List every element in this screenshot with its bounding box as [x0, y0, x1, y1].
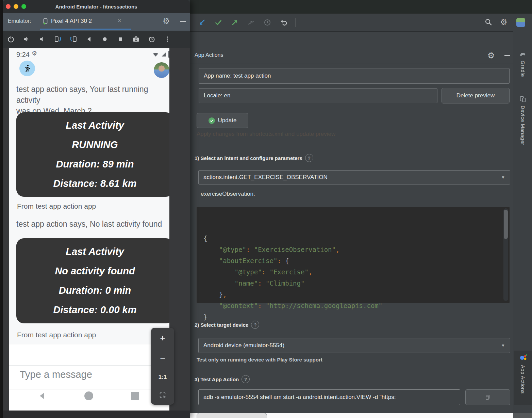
active-tab-underline — [40, 29, 131, 30]
adb-command-value: adb -s emulator-5554 shell am start -a a… — [203, 394, 396, 401]
settings-gear-icon[interactable]: ⚙ — [500, 18, 508, 26]
zoom-out-button[interactable]: − — [160, 354, 165, 363]
snapshot-icon[interactable] — [148, 35, 156, 43]
card-distance: Distance: 8.61 km — [16, 178, 169, 189]
help-icon-3[interactable]: ? — [242, 375, 250, 383]
overview-icon[interactable] — [116, 35, 124, 43]
section1-label: 1) Select an intent and configure parame… — [195, 154, 313, 162]
rotate-right-icon[interactable] — [69, 35, 78, 43]
vcs-update-icon[interactable] — [198, 18, 206, 27]
tab-close-icon[interactable]: × — [118, 17, 121, 25]
vcs-commit-check-icon[interactable] — [214, 18, 222, 27]
from-app-label-1: From test app action app — [17, 202, 96, 210]
merge-icon[interactable] — [247, 18, 255, 27]
update-check-icon — [209, 117, 215, 124]
section3-label: 3) Test App Action ? — [195, 375, 250, 383]
app-actions-panel-header: App Actions ⚙ — [190, 47, 513, 64]
screenshot-root: ⚙ App Actions ⚙ App name: test app actio… — [0, 0, 532, 418]
ide-main-toolbar: ⚙ — [190, 14, 532, 32]
phone-screen: 9:24 ⚙ test app action says, Your last r… — [9, 48, 169, 411]
home-icon[interactable] — [101, 35, 109, 43]
locale-field[interactable]: Locale: en — [199, 88, 437, 103]
search-icon[interactable] — [484, 18, 493, 26]
battery-icon — [168, 51, 169, 58]
device-hint-text: Test only on running device with Play St… — [197, 357, 322, 363]
bot-avatar — [19, 61, 35, 76]
locale-value: Locale: en — [204, 92, 230, 99]
emulator-controls — [3, 31, 190, 48]
zoom-in-button[interactable]: + — [160, 334, 165, 342]
activity-card-2: Last Activity No activity found Duration… — [16, 238, 169, 323]
update-hint-text: Apply changes from shortcuts.xml and upd… — [197, 131, 335, 138]
zoom-reset-button[interactable]: 1:1 — [159, 374, 167, 380]
emulator-label: Emulator: — [8, 18, 31, 24]
panel-gear-icon[interactable]: ⚙ — [487, 51, 495, 60]
help-icon-2[interactable]: ? — [251, 321, 259, 329]
target-device-dropdown[interactable]: Android device (emulator-5554) ▼ — [198, 338, 510, 353]
panel-title: App Actions — [195, 52, 223, 58]
nav-back-icon[interactable] — [37, 391, 47, 401]
app-actions-tab-label: App Actions — [520, 365, 526, 394]
chevron-down-icon: ▼ — [501, 175, 505, 180]
card-duration: Duration: 89 min — [16, 159, 169, 170]
app-name-field[interactable]: App name: test app action — [199, 68, 510, 84]
card-duration: Duration: 0 min — [16, 285, 169, 296]
emulator-bottom-frame — [3, 411, 190, 418]
emulator-window-title: Android Emulator - fitnessactions — [3, 4, 190, 10]
emulator-minimize-icon[interactable] — [180, 21, 186, 22]
update-label: Update — [218, 117, 237, 124]
volume-down-icon[interactable] — [38, 35, 46, 43]
copy-command-button[interactable] — [465, 389, 510, 405]
vcs-push-icon[interactable] — [231, 18, 239, 27]
user-avatar[interactable] — [516, 18, 525, 27]
volume-up-icon[interactable] — [22, 35, 31, 43]
delete-preview-button[interactable]: Delete preview — [442, 88, 510, 103]
assistant-message-2: test app action says, No last activity f… — [16, 219, 162, 229]
update-button[interactable]: Update — [197, 113, 248, 128]
signal-icon — [161, 51, 167, 58]
tool-tab-app-actions[interactable]: App Actions — [514, 351, 532, 405]
message-line: test app action says, No last activity f… — [16, 219, 162, 229]
message-input[interactable]: Type a message — [20, 369, 92, 380]
more-kebab-icon[interactable] — [163, 35, 171, 43]
power-icon[interactable] — [7, 35, 15, 43]
panel-minimize-icon[interactable] — [504, 55, 510, 56]
section2-label: 2) Select target device ? — [195, 321, 259, 329]
gradle-tab-label: Gradle — [520, 61, 526, 77]
adb-command-field[interactable]: adb -s emulator-5554 shell am start -a a… — [198, 389, 460, 405]
card-title: Last Activity — [16, 120, 169, 131]
partial-bottom-button[interactable] — [197, 413, 267, 418]
ide-window-top-strip — [190, 0, 532, 14]
device-tab-label[interactable]: Pixel 4 API 30 2 — [51, 18, 92, 25]
emulator-tabbar: Emulator: Pixel 4 API 30 2 × ⚙ — [3, 13, 190, 31]
code-scrollbar-thumb[interactable] — [504, 210, 508, 239]
back-icon[interactable] — [85, 35, 93, 43]
screenshot-camera-icon[interactable] — [132, 35, 140, 43]
emulator-settings-gear-icon[interactable]: ⚙ — [163, 16, 170, 26]
right-tool-strip: Gradle Device Manager App Actions — [513, 31, 532, 413]
status-gear-icon: ⚙ — [32, 50, 37, 57]
emulator-titlebar: Android Emulator - fitnessactions — [3, 0, 190, 13]
card-activity: No activity found — [16, 266, 169, 277]
help-icon-1[interactable]: ? — [305, 154, 313, 162]
input-divider-top — [9, 365, 169, 366]
fit-screen-icon[interactable] — [159, 391, 166, 399]
status-time: 9:24 — [16, 51, 30, 59]
copy-icon — [485, 394, 491, 400]
emulator-window: Android Emulator - fitnessactions Emulat… — [3, 0, 190, 418]
input-divider-bottom — [9, 389, 169, 389]
rollback-icon[interactable] — [280, 18, 288, 27]
nav-overview-icon[interactable] — [131, 392, 139, 400]
device-phone-icon — [41, 18, 49, 25]
tool-tab-device-manager[interactable]: Device Manager — [513, 95, 532, 170]
history-clock-icon[interactable] — [263, 18, 271, 27]
intent-dropdown[interactable]: actions.intent.GET_EXERCISE_OBSERVATION … — [198, 170, 510, 184]
nav-home-icon[interactable] — [84, 391, 93, 400]
section2-text: 2) Select target device — [195, 322, 248, 328]
app-name-value: App name: test app action — [204, 73, 271, 79]
wifi-icon — [152, 51, 159, 58]
rotate-left-icon[interactable] — [54, 35, 62, 43]
device-manager-tab-label: Device Manager — [520, 106, 526, 145]
intent-params-editor[interactable]: { "@type": "ExerciseObservation", "about… — [197, 207, 510, 303]
device-manager-icon — [519, 95, 527, 103]
